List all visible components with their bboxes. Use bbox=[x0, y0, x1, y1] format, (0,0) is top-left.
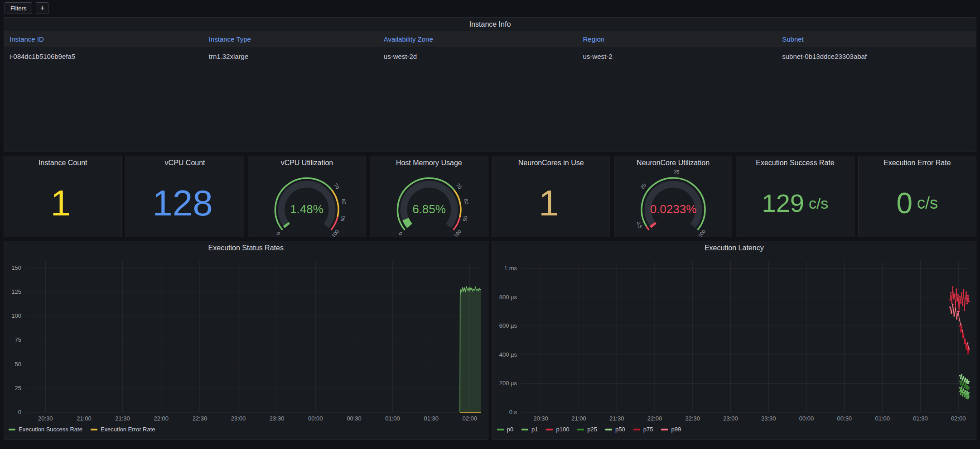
svg-text:75: 75 bbox=[15, 336, 21, 343]
panel-execution-status-rates: Execution Status Rates 02550751001251502… bbox=[4, 241, 488, 440]
legend-swatch-icon bbox=[521, 429, 528, 430]
svg-text:20: 20 bbox=[639, 182, 647, 190]
svg-text:0: 0 bbox=[18, 409, 21, 416]
svg-text:00:00: 00:00 bbox=[308, 415, 323, 422]
svg-text:02:00: 02:00 bbox=[951, 415, 966, 422]
legend-label: p75 bbox=[643, 426, 653, 433]
svg-text:01:30: 01:30 bbox=[913, 415, 928, 422]
svg-text:100: 100 bbox=[11, 312, 21, 319]
legend-item[interactable]: p1 bbox=[521, 426, 538, 433]
stat-value: 129c/s bbox=[736, 170, 854, 237]
svg-text:22:00: 22:00 bbox=[647, 415, 662, 422]
svg-text:23:30: 23:30 bbox=[270, 415, 285, 422]
legend-swatch-icon bbox=[546, 429, 553, 430]
svg-text:1.48%: 1.48% bbox=[290, 202, 324, 216]
dashboard-grid: Instance Info Instance ID Instance Type … bbox=[0, 16, 980, 444]
column-header-subnet[interactable]: Subnet bbox=[777, 31, 976, 47]
legend-item[interactable]: Execution Error Rate bbox=[91, 426, 155, 433]
legend-item[interactable]: p0 bbox=[497, 426, 513, 433]
legend-item[interactable]: p75 bbox=[633, 426, 653, 433]
svg-text:90: 90 bbox=[340, 215, 347, 222]
svg-text:20:30: 20:30 bbox=[533, 415, 548, 422]
svg-text:0.0233%: 0.0233% bbox=[650, 202, 696, 216]
legend-swatch-icon bbox=[605, 429, 612, 430]
svg-text:0: 0 bbox=[275, 230, 281, 236]
svg-text:600 µs: 600 µs bbox=[499, 322, 517, 329]
stats-row: Instance Count 1 vCPU Count 128 vCPU Uti… bbox=[4, 156, 976, 237]
panel-neuroncore-utilization: NeuronCore Utilization 0.520351000.0233% bbox=[614, 156, 732, 237]
svg-text:22:30: 22:30 bbox=[193, 415, 208, 422]
legend-item[interactable]: p100 bbox=[546, 426, 569, 433]
svg-text:0.5: 0.5 bbox=[635, 220, 643, 229]
table-row: i-084dc1b5106b9efa5 trn1.32xlarge us-wes… bbox=[4, 47, 976, 66]
stat-value: 1 bbox=[492, 170, 610, 237]
svg-text:90: 90 bbox=[462, 215, 468, 222]
filters-button[interactable]: Filters bbox=[5, 2, 32, 14]
svg-text:21:00: 21:00 bbox=[77, 415, 92, 422]
svg-text:01:00: 01:00 bbox=[875, 415, 890, 422]
cell-instance-id: i-084dc1b5106b9efa5 bbox=[4, 47, 203, 66]
panel-host-memory-usage: Host Memory Usage 07080901006.85% bbox=[370, 156, 488, 237]
panel-title: Execution Latency bbox=[492, 241, 976, 255]
svg-text:6.85%: 6.85% bbox=[412, 202, 446, 216]
legend-swatch-icon bbox=[9, 429, 15, 430]
legend-label: p1 bbox=[531, 426, 538, 433]
svg-text:23:00: 23:00 bbox=[723, 415, 738, 422]
chart-legend: p0p1p100p25p50p75p99 bbox=[492, 425, 976, 435]
column-header-instance-id[interactable]: Instance ID bbox=[4, 31, 203, 47]
legend-label: Execution Error Rate bbox=[101, 426, 155, 433]
svg-text:02:00: 02:00 bbox=[463, 415, 478, 422]
stat-value: 0c/s bbox=[859, 170, 976, 237]
legend-swatch-icon bbox=[577, 429, 584, 430]
vcpu-utilization-gauge: 07080901001.48% bbox=[248, 170, 366, 237]
execution-status-chart[interactable]: 025507510012515020:3021:0021:3022:0022:3… bbox=[4, 255, 488, 425]
svg-text:70: 70 bbox=[455, 182, 463, 190]
panel-title: Host Memory Usage bbox=[370, 156, 488, 170]
legend-item[interactable]: p99 bbox=[661, 426, 681, 433]
table-header-row: Instance ID Instance Type Availability Z… bbox=[4, 31, 976, 47]
svg-text:800 µs: 800 µs bbox=[499, 294, 517, 301]
svg-text:23:30: 23:30 bbox=[761, 415, 776, 422]
panel-instance-count: Instance Count 1 bbox=[4, 156, 122, 237]
svg-text:23:00: 23:00 bbox=[231, 415, 246, 422]
neuroncore-utilization-gauge: 0.520351000.0233% bbox=[614, 170, 732, 237]
add-filter-button[interactable]: + bbox=[36, 2, 48, 14]
legend-swatch-icon bbox=[633, 429, 640, 430]
column-header-availability-zone[interactable]: Availability Zone bbox=[378, 31, 578, 47]
panel-vcpu-count: vCPU Count 128 bbox=[126, 156, 244, 237]
legend-item[interactable]: p50 bbox=[605, 426, 625, 433]
column-header-instance-type[interactable]: Instance Type bbox=[203, 31, 378, 47]
stat-value: 128 bbox=[126, 170, 243, 237]
panel-title: Execution Success Rate bbox=[736, 156, 854, 170]
charts-row: Execution Status Rates 02550751001251502… bbox=[4, 241, 976, 440]
svg-text:25: 25 bbox=[15, 385, 21, 392]
panel-title: NeuronCores in Use bbox=[492, 156, 610, 170]
svg-text:01:00: 01:00 bbox=[385, 415, 400, 422]
panel-execution-error-rate: Execution Error Rate 0c/s bbox=[858, 156, 976, 237]
svg-text:0: 0 bbox=[397, 230, 403, 236]
panel-title: vCPU Utilization bbox=[248, 156, 366, 170]
column-header-region[interactable]: Region bbox=[578, 31, 777, 47]
svg-text:00:30: 00:30 bbox=[837, 415, 852, 422]
legend-label: p100 bbox=[556, 426, 569, 433]
legend-item[interactable]: Execution Success Rate bbox=[9, 426, 82, 433]
svg-text:00:30: 00:30 bbox=[347, 415, 362, 422]
host-memory-usage-gauge: 07080901006.85% bbox=[370, 170, 488, 237]
legend-item[interactable]: p25 bbox=[577, 426, 597, 433]
svg-text:125: 125 bbox=[11, 288, 21, 295]
legend-swatch-icon bbox=[661, 429, 668, 430]
panel-title: Execution Status Rates bbox=[4, 241, 488, 255]
legend-label: p0 bbox=[507, 426, 513, 433]
panel-title: Execution Error Rate bbox=[859, 156, 976, 170]
execution-latency-chart[interactable]: 0 s200 µs400 µs600 µs800 µs1 ms20:3021:0… bbox=[492, 255, 976, 425]
panel-instance-info: Instance Info Instance ID Instance Type … bbox=[4, 17, 976, 152]
svg-text:200 µs: 200 µs bbox=[499, 380, 517, 387]
instance-info-title: Instance Info bbox=[4, 18, 976, 31]
svg-text:70: 70 bbox=[333, 182, 341, 190]
svg-text:150: 150 bbox=[11, 264, 21, 271]
svg-text:22:30: 22:30 bbox=[685, 415, 700, 422]
svg-text:21:30: 21:30 bbox=[115, 415, 130, 422]
legend-label: p99 bbox=[671, 426, 681, 433]
svg-text:35: 35 bbox=[674, 170, 680, 175]
svg-text:50: 50 bbox=[15, 361, 21, 368]
